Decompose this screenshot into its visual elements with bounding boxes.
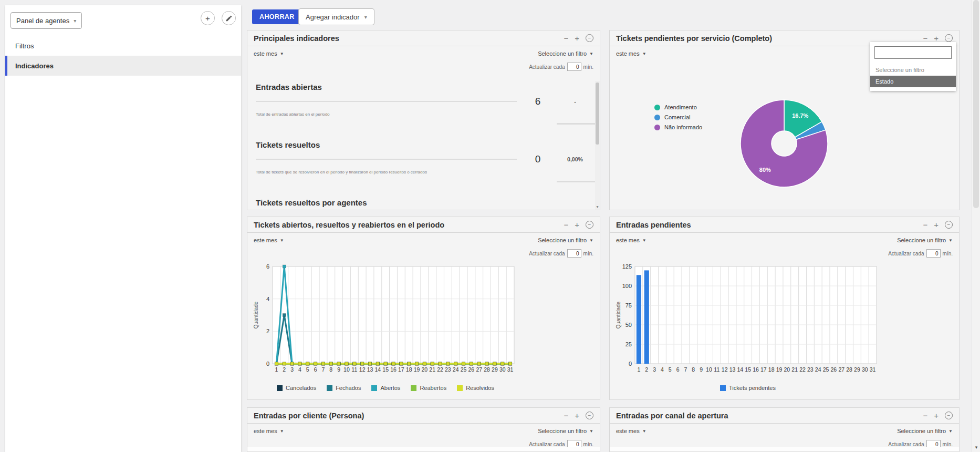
widget-title: Principales indicadores bbox=[254, 34, 339, 43]
svg-text:7: 7 bbox=[684, 366, 687, 373]
period-dropdown[interactable]: este mes ▼ bbox=[254, 50, 284, 57]
filter-dropdown[interactable]: Seleccione un filtro ▼ bbox=[538, 237, 593, 243]
period-dropdown[interactable]: este mes ▼ bbox=[616, 237, 647, 243]
widget-entradas-pendientes: Entradas pendientes − + − este mes ▼ Sel… bbox=[609, 217, 960, 400]
refresh-interval-input[interactable] bbox=[567, 63, 581, 71]
page-scrollbar[interactable]: ▾ bbox=[972, 0, 980, 452]
scroll-down-icon[interactable]: ▾ bbox=[595, 204, 600, 209]
add-indicator-button[interactable]: Agregar indicador ▾ bbox=[298, 8, 374, 25]
svg-text:14: 14 bbox=[737, 366, 743, 373]
collapse-icon[interactable]: − bbox=[586, 34, 593, 42]
widget-scrollbar[interactable]: ▾ bbox=[595, 81, 600, 210]
widget-tickets-pendientes-servicio: Tickets pendientes por servicio (Complet… bbox=[609, 30, 960, 210]
svg-text:5: 5 bbox=[669, 366, 672, 373]
filter-dropdown[interactable]: Seleccione un filtro ▼ bbox=[538, 428, 593, 434]
dropdown-option-seleccione[interactable]: Seleccione un filtro bbox=[870, 64, 956, 76]
refresh-suffix: mín. bbox=[583, 441, 593, 447]
filter-dropdown[interactable]: Seleccione un filtro ▼ bbox=[897, 237, 953, 243]
panel-selector-label: Panel de agentes bbox=[16, 17, 69, 25]
dropdown-option-estado[interactable]: Estado bbox=[870, 76, 956, 87]
maximize-icon[interactable]: + bbox=[934, 34, 939, 42]
divider bbox=[256, 101, 517, 102]
minimize-icon[interactable]: − bbox=[923, 221, 927, 229]
svg-text:100: 100 bbox=[622, 283, 632, 289]
period-dropdown[interactable]: este mes ▼ bbox=[616, 428, 647, 434]
collapse-icon[interactable]: − bbox=[586, 412, 593, 419]
svg-text:11: 11 bbox=[351, 366, 357, 373]
maximize-icon[interactable]: + bbox=[575, 412, 579, 419]
svg-text:6: 6 bbox=[266, 263, 269, 270]
svg-text:29: 29 bbox=[854, 366, 860, 373]
indicator-tickets-resueltos-agentes: Tickets resueltos por agentes bbox=[247, 193, 600, 210]
svg-text:75: 75 bbox=[625, 302, 632, 309]
legend-swatch bbox=[277, 385, 283, 391]
maximize-icon[interactable]: + bbox=[934, 412, 939, 419]
period-dropdown[interactable]: este mes ▼ bbox=[254, 428, 284, 434]
svg-text:4: 4 bbox=[266, 296, 269, 302]
add-dashboard-button[interactable]: + bbox=[201, 11, 215, 25]
refresh-prefix: Actualizar cada bbox=[529, 441, 565, 447]
maximize-icon[interactable]: + bbox=[575, 34, 579, 42]
svg-text:5: 5 bbox=[306, 366, 309, 373]
sidebar-header: Panel de agentes ▾ + bbox=[5, 5, 241, 36]
minimize-icon[interactable]: − bbox=[564, 34, 568, 42]
svg-text:7: 7 bbox=[322, 366, 325, 373]
sparkline bbox=[557, 181, 598, 182]
svg-text:12: 12 bbox=[722, 366, 728, 373]
svg-text:4: 4 bbox=[298, 366, 301, 373]
svg-text:0: 0 bbox=[266, 361, 269, 367]
filter-label: Seleccione un filtro bbox=[897, 428, 946, 434]
scrollbar-thumb[interactable] bbox=[596, 83, 599, 145]
svg-text:2: 2 bbox=[283, 366, 286, 373]
legend-item: Não informado bbox=[654, 124, 702, 130]
scrollbar-thumb[interactable] bbox=[973, 0, 979, 208]
minimize-icon[interactable]: − bbox=[923, 412, 927, 419]
maximize-icon[interactable]: + bbox=[575, 221, 579, 229]
svg-text:1: 1 bbox=[637, 366, 640, 373]
collapse-icon[interactable]: − bbox=[586, 221, 593, 229]
chevron-down-icon: ▼ bbox=[280, 429, 284, 434]
svg-text:31: 31 bbox=[870, 366, 876, 373]
collapse-icon[interactable]: − bbox=[945, 34, 953, 42]
chart-legend: CanceladosFechadosAbertosReabertosResolv… bbox=[252, 385, 519, 391]
minimize-icon[interactable]: − bbox=[923, 34, 927, 42]
filter-dropdown-open: Seleccione un filtro Estado bbox=[870, 42, 956, 91]
scroll-down-icon[interactable]: ▾ bbox=[972, 445, 980, 450]
chevron-down-icon: ▾ bbox=[364, 14, 367, 20]
chevron-down-icon: ▼ bbox=[948, 238, 953, 243]
sidebar-item-indicadores[interactable]: Indicadores bbox=[5, 56, 241, 76]
edit-dashboard-button[interactable] bbox=[222, 11, 236, 25]
widget-tickets-abiertos-resueltos: Tickets abiertos, resueltos y reabiertos… bbox=[247, 217, 600, 400]
svg-text:25: 25 bbox=[823, 366, 829, 373]
filter-label: Seleccione un filtro bbox=[897, 237, 946, 243]
indicator-title: Tickets resueltos bbox=[256, 140, 591, 149]
minimize-icon[interactable]: − bbox=[564, 221, 568, 229]
pie-legend: AtendimentoComercialNão informado bbox=[654, 104, 702, 134]
save-button[interactable]: AHORRAR bbox=[252, 9, 302, 24]
collapse-icon[interactable]: − bbox=[945, 412, 953, 419]
refresh-interval-input[interactable] bbox=[567, 249, 581, 258]
svg-text:26: 26 bbox=[468, 366, 475, 373]
legend-item: Comercial bbox=[654, 114, 702, 120]
filter-dropdown[interactable]: Seleccione un filtro ▼ bbox=[897, 428, 953, 434]
sidebar-item-filtros[interactable]: Filtros bbox=[5, 36, 241, 56]
svg-text:10: 10 bbox=[343, 366, 350, 373]
svg-text:13: 13 bbox=[367, 366, 373, 373]
svg-text:26: 26 bbox=[831, 366, 837, 373]
svg-text:11: 11 bbox=[714, 366, 720, 373]
period-dropdown[interactable]: este mes ▼ bbox=[254, 237, 284, 243]
collapse-icon[interactable]: − bbox=[945, 221, 953, 229]
refresh-interval-input[interactable] bbox=[926, 249, 941, 258]
svg-text:8: 8 bbox=[692, 366, 695, 373]
filter-dropdown[interactable]: Seleccione un filtro ▼ bbox=[538, 50, 593, 57]
minimize-icon[interactable]: − bbox=[564, 412, 568, 419]
svg-text:20: 20 bbox=[784, 366, 790, 373]
filter-label: Seleccione un filtro bbox=[538, 50, 587, 57]
period-dropdown[interactable]: este mes ▼ bbox=[616, 50, 647, 57]
panel-selector-dropdown[interactable]: Panel de agentes ▾ bbox=[11, 12, 82, 29]
svg-text:50: 50 bbox=[625, 322, 632, 328]
widget-principales-indicadores: Principales indicadores − + − este mes ▼… bbox=[247, 30, 600, 210]
filter-search-input[interactable] bbox=[874, 46, 952, 59]
maximize-icon[interactable]: + bbox=[934, 221, 939, 229]
legend-swatch bbox=[327, 385, 332, 391]
